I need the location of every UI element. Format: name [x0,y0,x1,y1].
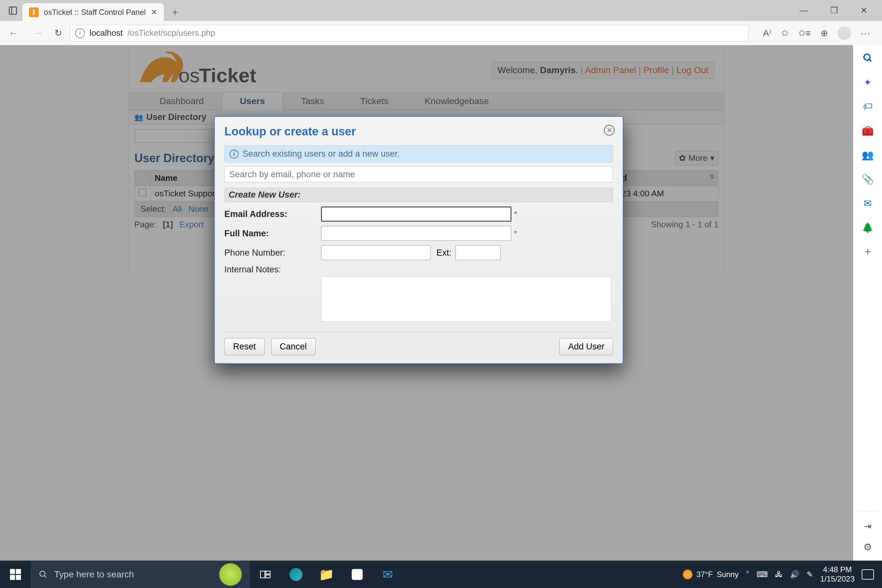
favorite-icon[interactable]: ✩ [781,28,789,38]
read-aloud-icon[interactable]: A⁾ [763,28,771,38]
sidebar-add-icon[interactable]: ＋ [861,245,874,258]
notes-row: Internal Notes: [224,265,613,274]
phone-input[interactable] [321,245,430,260]
browser-chrome: ⟫ osTicket :: Staff Control Panel ✕ ＋ — … [0,0,882,45]
svg-rect-12 [261,571,265,578]
svg-rect-13 [266,571,270,574]
favorites-bar-icon[interactable]: ✩≡ [798,28,811,38]
phone-row: Phone Number: Ext: [224,245,613,260]
page-content: os Ticket Welcome, Damyris. | Admin Pane… [0,45,853,561]
profile-icon[interactable] [837,26,851,40]
new-tab-button[interactable]: ＋ [169,6,182,19]
weather-desc: Sunny [717,570,738,579]
modal-close-button[interactable]: ✕ [604,125,615,136]
minimize-button[interactable]: — [795,2,813,19]
ext-label: Ext: [436,248,452,258]
close-window-button[interactable]: ✕ [856,2,872,19]
svg-rect-9 [16,575,21,580]
edge-app-icon[interactable] [280,561,311,588]
taskbar-apps: 📁 🛍 ✉ [250,561,403,588]
lookup-create-user-modal: Lookup or create a user ✕ i Search exist… [214,116,624,364]
search-highlight-icon [219,563,242,586]
clock-date: 1/15/2023 [820,574,855,584]
refresh-button[interactable]: ↻ [54,28,62,38]
required-icon: * [514,228,517,238]
site-info-icon[interactable]: i [75,28,85,38]
tray-input-icon[interactable]: ✎ [807,570,813,579]
taskbar-search[interactable]: Type here to search [31,561,250,588]
browser-tab[interactable]: ⟫ osTicket :: Staff Control Panel ✕ [22,3,164,21]
back-button[interactable]: ← [5,26,22,40]
notifications-button[interactable] [862,569,874,580]
tray-network-icon[interactable]: 🖧 [775,570,783,579]
svg-point-2 [864,54,870,60]
add-user-button[interactable]: Add User [559,338,613,355]
tray-meet-icon[interactable]: ⌨ [757,570,768,579]
tab-actions-button[interactable] [3,2,22,20]
svg-line-3 [869,59,872,62]
explorer-app-icon[interactable]: 📁 [311,561,342,588]
tab-favicon-icon: ⟫ [29,8,39,17]
modal-divider [224,332,613,332]
svg-line-11 [45,575,46,578]
tray-chevron-icon[interactable]: ˄ [746,570,750,579]
required-icon: * [514,209,517,219]
sidebar-settings-icon[interactable]: ⚙ [863,541,872,552]
url-path: /osTicket/scp/users.php [128,28,215,38]
info-banner: i Search existing users or add a new use… [224,146,613,162]
tab-close-button[interactable]: ✕ [151,8,158,17]
email-input[interactable] [321,207,511,222]
forward-button: → [30,26,46,40]
tab-strip: ⟫ osTicket :: Staff Control Panel ✕ ＋ — … [0,0,882,21]
clock-time: 4:48 PM [823,565,852,574]
tab-title: osTicket :: Staff Control Panel [44,8,146,17]
temperature: 37°F [696,570,713,579]
ext-input[interactable] [456,245,501,260]
windows-icon [10,569,21,580]
collections-icon[interactable]: ⊕ [820,28,828,38]
sidebar-eco-icon[interactable]: 🌲 [861,221,874,234]
cancel-button[interactable]: Cancel [271,338,316,355]
mail-app-icon[interactable]: ✉ [372,561,403,588]
system-tray: 37°F Sunny ˄ ⌨ 🖧 🔊 ✎ 4:48 PM 1/15/2023 [683,565,882,584]
taskbar-clock[interactable]: 4:48 PM 1/15/2023 [820,565,855,584]
info-text: Search existing users or add a new user. [242,149,400,159]
maximize-button[interactable]: ❐ [826,2,843,19]
window-controls: — ❐ ✕ [795,2,882,19]
svg-point-10 [40,571,45,576]
task-view-button[interactable] [250,561,280,588]
search-icon [39,570,48,579]
fullname-row: Full Name: * [224,226,613,241]
addr-action-icons: A⁾ ✩ ✩≡ ⊕ ··· [757,26,877,40]
svg-rect-14 [266,575,270,578]
address-bar[interactable]: i localhost/osTicket/scp/users.php [70,25,748,42]
svg-rect-6 [10,569,15,574]
sidebar-games-icon[interactable]: 👥 [861,148,874,161]
start-button[interactable] [0,561,31,588]
email-row: Email Address: * [224,207,613,222]
fullname-input[interactable] [321,226,511,241]
reset-button[interactable]: Reset [224,338,265,355]
browser-menu-button[interactable]: ··· [861,28,871,39]
address-bar-row: ← → ↻ i localhost/osTicket/scp/users.php… [0,21,882,45]
svg-rect-7 [16,569,21,574]
modal-title: Lookup or create a user [224,125,613,138]
sidebar-office-icon[interactable]: 📎 [861,172,874,185]
sidebar-search-icon[interactable] [861,52,874,64]
store-app-icon[interactable]: 🛍 [342,561,372,588]
sidebar-tools-icon[interactable]: 🧰 [861,124,874,137]
weather-widget[interactable]: 37°F Sunny [683,570,738,579]
sidebar-discover-icon[interactable]: ✦ [861,76,874,88]
sidebar-outlook-icon[interactable]: ✉ [861,196,874,210]
sidebar-shopping-icon[interactable]: 🏷 [861,100,874,113]
notes-label: Internal Notes: [224,265,321,274]
windows-taskbar: Type here to search 📁 🛍 ✉ 37°F Sunny ˄ ⌨… [0,561,882,588]
tray-volume-icon[interactable]: 🔊 [790,570,800,579]
modal-search-input[interactable] [224,166,613,183]
phone-label: Phone Number: [224,248,321,258]
sidebar-collapse-icon[interactable]: ⇥ [864,521,872,532]
edge-sidebar: ✦ 🏷 🧰 👥 📎 ✉ 🌲 ＋ ⇥ ⚙ [853,45,882,561]
notes-textarea[interactable] [321,277,611,322]
fullname-label: Full Name: [224,228,321,238]
sun-icon [683,570,693,579]
